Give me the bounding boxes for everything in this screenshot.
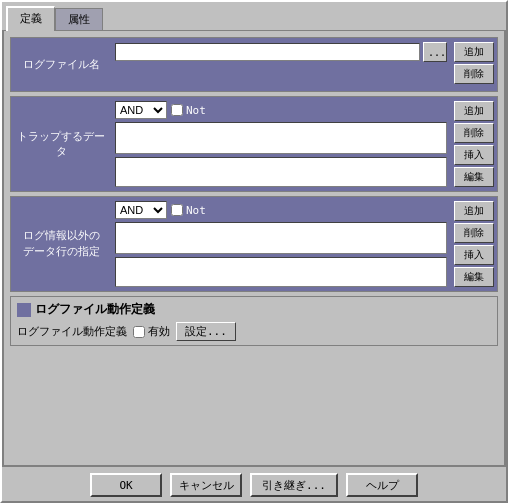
browse-button[interactable]: ... [423, 42, 447, 62]
cancel-button[interactable]: キャンセル [170, 473, 242, 497]
log-file-section: ログファイル名 ... 追加 削除 [10, 37, 498, 92]
trap-data-delete-button[interactable]: 削除 [454, 123, 494, 143]
exclude-rows-section: ログ情報以外の データ行の指定 AND OR Not 追加 [10, 196, 498, 292]
exclude-rows-not-checkbox[interactable] [171, 204, 183, 216]
log-file-add-button[interactable]: 追加 [454, 42, 494, 62]
trap-data-and-select[interactable]: AND OR [115, 101, 167, 119]
log-def-row: ログファイル動作定義 有効 設定... [17, 322, 491, 341]
exclude-rows-edit-button[interactable]: 編集 [454, 267, 494, 287]
tab-zokusei[interactable]: 属性 [55, 8, 103, 30]
log-def-enabled-label[interactable]: 有効 [133, 324, 170, 339]
trap-data-buttons: 追加 削除 挿入 編集 [451, 97, 497, 191]
log-file-body: ... [111, 38, 451, 91]
log-file-spacer [115, 65, 447, 87]
exclude-rows-add-button[interactable]: 追加 [454, 201, 494, 221]
log-def-icon [17, 303, 31, 317]
trap-data-label: トラップするデータ [11, 97, 111, 191]
ok-button[interactable]: OK [90, 473, 162, 497]
tab-content: ログファイル名 ... 追加 削除 トラップするデータ [2, 30, 506, 467]
log-def-section: ログファイル動作定義 ログファイル動作定義 有効 設定... [10, 296, 498, 346]
log-file-label: ログファイル名 [11, 38, 111, 91]
log-def-title: ログファイル動作定義 [17, 301, 491, 318]
log-file-input-row: ... [115, 42, 447, 62]
tab-teigi[interactable]: 定義 [6, 6, 55, 31]
log-file-buttons: 追加 削除 [451, 38, 497, 91]
exclude-rows-and-select[interactable]: AND OR [115, 201, 167, 219]
exclude-rows-body: AND OR Not [111, 197, 451, 291]
help-button[interactable]: ヘルプ [346, 473, 418, 497]
exclude-rows-delete-button[interactable]: 削除 [454, 223, 494, 243]
trap-data-input[interactable] [115, 122, 447, 154]
trap-data-insert-button[interactable]: 挿入 [454, 145, 494, 165]
trap-data-edit-button[interactable]: 編集 [454, 167, 494, 187]
trap-data-body: AND OR Not [111, 97, 451, 191]
trap-data-not-checkbox[interactable] [171, 104, 183, 116]
trap-data-list[interactable] [115, 157, 447, 187]
exclude-rows-list[interactable] [115, 257, 447, 287]
log-file-delete-button[interactable]: 削除 [454, 64, 494, 84]
trap-data-not-label[interactable]: Not [171, 104, 206, 117]
trap-data-section: トラップするデータ AND OR Not 追加 削除 [10, 96, 498, 192]
bottom-bar: OK キャンセル 引き継ぎ... ヘルプ [2, 467, 506, 501]
inherit-button[interactable]: 引き継ぎ... [250, 473, 338, 497]
trap-data-add-button[interactable]: 追加 [454, 101, 494, 121]
trap-data-filter-row: AND OR Not [115, 101, 447, 119]
main-window: 定義 属性 ログファイル名 ... 追加 削除 [0, 0, 508, 503]
exclude-rows-not-label[interactable]: Not [171, 204, 206, 217]
exclude-rows-filter-row: AND OR Not [115, 201, 447, 219]
log-file-input[interactable] [115, 43, 420, 61]
log-def-settings-button[interactable]: 設定... [176, 322, 236, 341]
exclude-rows-insert-button[interactable]: 挿入 [454, 245, 494, 265]
exclude-rows-input[interactable] [115, 222, 447, 254]
exclude-rows-label: ログ情報以外の データ行の指定 [11, 197, 111, 291]
log-def-enabled-checkbox[interactable] [133, 326, 145, 338]
tab-bar: 定義 属性 [6, 6, 506, 30]
exclude-rows-buttons: 追加 削除 挿入 編集 [451, 197, 497, 291]
